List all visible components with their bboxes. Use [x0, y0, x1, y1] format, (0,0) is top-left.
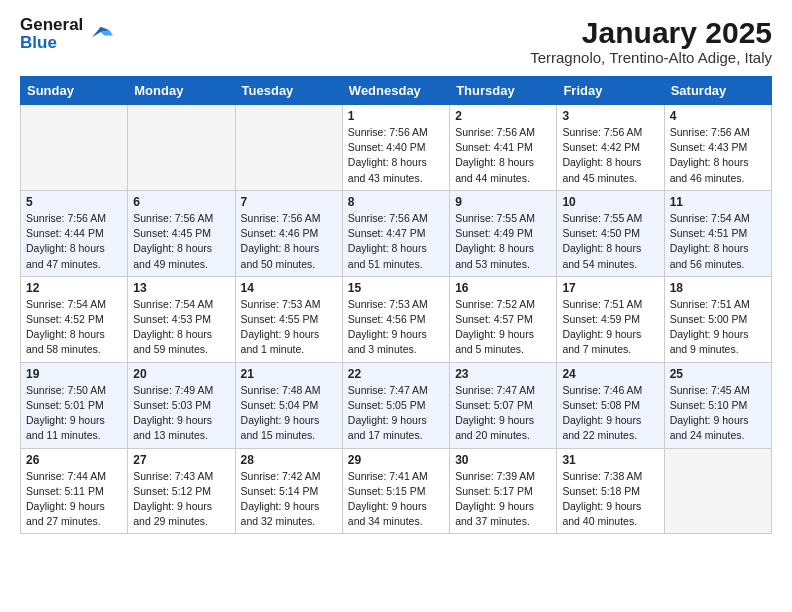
calendar-header-row: SundayMondayTuesdayWednesdayThursdayFrid…: [21, 77, 772, 105]
calendar-day-cell: 28Sunrise: 7:42 AM Sunset: 5:14 PM Dayli…: [235, 448, 342, 534]
day-number: 9: [455, 195, 551, 209]
day-number: 7: [241, 195, 337, 209]
calendar-day-cell: 22Sunrise: 7:47 AM Sunset: 5:05 PM Dayli…: [342, 362, 449, 448]
day-number: 22: [348, 367, 444, 381]
day-info: Sunrise: 7:47 AM Sunset: 5:07 PM Dayligh…: [455, 383, 551, 444]
day-number: 2: [455, 109, 551, 123]
day-info: Sunrise: 7:54 AM Sunset: 4:51 PM Dayligh…: [670, 211, 766, 272]
logo-general: General: [20, 16, 83, 34]
calendar-day-cell: 13Sunrise: 7:54 AM Sunset: 4:53 PM Dayli…: [128, 276, 235, 362]
day-number: 29: [348, 453, 444, 467]
day-number: 10: [562, 195, 658, 209]
calendar-day-cell: 31Sunrise: 7:38 AM Sunset: 5:18 PM Dayli…: [557, 448, 664, 534]
day-header-tuesday: Tuesday: [235, 77, 342, 105]
day-number: 21: [241, 367, 337, 381]
calendar-day-cell: 17Sunrise: 7:51 AM Sunset: 4:59 PM Dayli…: [557, 276, 664, 362]
day-number: 31: [562, 453, 658, 467]
day-info: Sunrise: 7:46 AM Sunset: 5:08 PM Dayligh…: [562, 383, 658, 444]
page: General Blue January 2025 Terragnolo, Tr…: [0, 0, 792, 550]
day-number: 25: [670, 367, 766, 381]
calendar-day-cell: 10Sunrise: 7:55 AM Sunset: 4:50 PM Dayli…: [557, 190, 664, 276]
day-info: Sunrise: 7:48 AM Sunset: 5:04 PM Dayligh…: [241, 383, 337, 444]
day-info: Sunrise: 7:39 AM Sunset: 5:17 PM Dayligh…: [455, 469, 551, 530]
logo-bird-icon: [85, 23, 113, 41]
day-header-wednesday: Wednesday: [342, 77, 449, 105]
day-info: Sunrise: 7:56 AM Sunset: 4:41 PM Dayligh…: [455, 125, 551, 186]
calendar-day-cell: [21, 105, 128, 191]
day-info: Sunrise: 7:52 AM Sunset: 4:57 PM Dayligh…: [455, 297, 551, 358]
calendar-week-row: 26Sunrise: 7:44 AM Sunset: 5:11 PM Dayli…: [21, 448, 772, 534]
day-number: 6: [133, 195, 229, 209]
day-number: 8: [348, 195, 444, 209]
day-number: 12: [26, 281, 122, 295]
day-info: Sunrise: 7:44 AM Sunset: 5:11 PM Dayligh…: [26, 469, 122, 530]
day-number: 5: [26, 195, 122, 209]
day-info: Sunrise: 7:56 AM Sunset: 4:44 PM Dayligh…: [26, 211, 122, 272]
calendar-day-cell: 24Sunrise: 7:46 AM Sunset: 5:08 PM Dayli…: [557, 362, 664, 448]
day-info: Sunrise: 7:42 AM Sunset: 5:14 PM Dayligh…: [241, 469, 337, 530]
calendar-day-cell: 16Sunrise: 7:52 AM Sunset: 4:57 PM Dayli…: [450, 276, 557, 362]
header: General Blue January 2025 Terragnolo, Tr…: [20, 16, 772, 66]
day-header-friday: Friday: [557, 77, 664, 105]
calendar-day-cell: 4Sunrise: 7:56 AM Sunset: 4:43 PM Daylig…: [664, 105, 771, 191]
day-info: Sunrise: 7:41 AM Sunset: 5:15 PM Dayligh…: [348, 469, 444, 530]
day-number: 28: [241, 453, 337, 467]
calendar-week-row: 12Sunrise: 7:54 AM Sunset: 4:52 PM Dayli…: [21, 276, 772, 362]
calendar-day-cell: 27Sunrise: 7:43 AM Sunset: 5:12 PM Dayli…: [128, 448, 235, 534]
calendar-day-cell: [128, 105, 235, 191]
calendar-day-cell: 7Sunrise: 7:56 AM Sunset: 4:46 PM Daylig…: [235, 190, 342, 276]
day-info: Sunrise: 7:56 AM Sunset: 4:46 PM Dayligh…: [241, 211, 337, 272]
day-header-monday: Monday: [128, 77, 235, 105]
calendar-day-cell: 15Sunrise: 7:53 AM Sunset: 4:56 PM Dayli…: [342, 276, 449, 362]
day-info: Sunrise: 7:56 AM Sunset: 4:45 PM Dayligh…: [133, 211, 229, 272]
day-number: 24: [562, 367, 658, 381]
calendar-day-cell: 21Sunrise: 7:48 AM Sunset: 5:04 PM Dayli…: [235, 362, 342, 448]
calendar-day-cell: 8Sunrise: 7:56 AM Sunset: 4:47 PM Daylig…: [342, 190, 449, 276]
day-header-sunday: Sunday: [21, 77, 128, 105]
day-header-saturday: Saturday: [664, 77, 771, 105]
day-number: 3: [562, 109, 658, 123]
calendar-day-cell: [235, 105, 342, 191]
day-number: 20: [133, 367, 229, 381]
calendar-day-cell: 19Sunrise: 7:50 AM Sunset: 5:01 PM Dayli…: [21, 362, 128, 448]
day-info: Sunrise: 7:38 AM Sunset: 5:18 PM Dayligh…: [562, 469, 658, 530]
day-info: Sunrise: 7:55 AM Sunset: 4:49 PM Dayligh…: [455, 211, 551, 272]
day-number: 16: [455, 281, 551, 295]
day-number: 11: [670, 195, 766, 209]
day-number: 13: [133, 281, 229, 295]
day-info: Sunrise: 7:54 AM Sunset: 4:52 PM Dayligh…: [26, 297, 122, 358]
calendar-week-row: 1Sunrise: 7:56 AM Sunset: 4:40 PM Daylig…: [21, 105, 772, 191]
calendar-day-cell: 18Sunrise: 7:51 AM Sunset: 5:00 PM Dayli…: [664, 276, 771, 362]
day-info: Sunrise: 7:56 AM Sunset: 4:43 PM Dayligh…: [670, 125, 766, 186]
title-block: January 2025 Terragnolo, Trentino-Alto A…: [530, 16, 772, 66]
day-number: 4: [670, 109, 766, 123]
day-info: Sunrise: 7:56 AM Sunset: 4:47 PM Dayligh…: [348, 211, 444, 272]
calendar-day-cell: 25Sunrise: 7:45 AM Sunset: 5:10 PM Dayli…: [664, 362, 771, 448]
day-number: 23: [455, 367, 551, 381]
calendar-day-cell: 14Sunrise: 7:53 AM Sunset: 4:55 PM Dayli…: [235, 276, 342, 362]
calendar-day-cell: 26Sunrise: 7:44 AM Sunset: 5:11 PM Dayli…: [21, 448, 128, 534]
day-info: Sunrise: 7:51 AM Sunset: 4:59 PM Dayligh…: [562, 297, 658, 358]
calendar-week-row: 5Sunrise: 7:56 AM Sunset: 4:44 PM Daylig…: [21, 190, 772, 276]
day-number: 26: [26, 453, 122, 467]
day-number: 1: [348, 109, 444, 123]
day-info: Sunrise: 7:45 AM Sunset: 5:10 PM Dayligh…: [670, 383, 766, 444]
calendar-day-cell: 5Sunrise: 7:56 AM Sunset: 4:44 PM Daylig…: [21, 190, 128, 276]
calendar-day-cell: 3Sunrise: 7:56 AM Sunset: 4:42 PM Daylig…: [557, 105, 664, 191]
calendar-day-cell: 2Sunrise: 7:56 AM Sunset: 4:41 PM Daylig…: [450, 105, 557, 191]
calendar-title: January 2025: [530, 16, 772, 49]
calendar-table: SundayMondayTuesdayWednesdayThursdayFrid…: [20, 76, 772, 534]
calendar-week-row: 19Sunrise: 7:50 AM Sunset: 5:01 PM Dayli…: [21, 362, 772, 448]
day-number: 19: [26, 367, 122, 381]
logo-blue: Blue: [20, 34, 83, 52]
day-info: Sunrise: 7:47 AM Sunset: 5:05 PM Dayligh…: [348, 383, 444, 444]
calendar-day-cell: 29Sunrise: 7:41 AM Sunset: 5:15 PM Dayli…: [342, 448, 449, 534]
calendar-day-cell: 9Sunrise: 7:55 AM Sunset: 4:49 PM Daylig…: [450, 190, 557, 276]
calendar-day-cell: 11Sunrise: 7:54 AM Sunset: 4:51 PM Dayli…: [664, 190, 771, 276]
day-number: 14: [241, 281, 337, 295]
logo: General Blue: [20, 16, 113, 52]
calendar-day-cell: [664, 448, 771, 534]
day-number: 30: [455, 453, 551, 467]
day-number: 15: [348, 281, 444, 295]
calendar-day-cell: 23Sunrise: 7:47 AM Sunset: 5:07 PM Dayli…: [450, 362, 557, 448]
